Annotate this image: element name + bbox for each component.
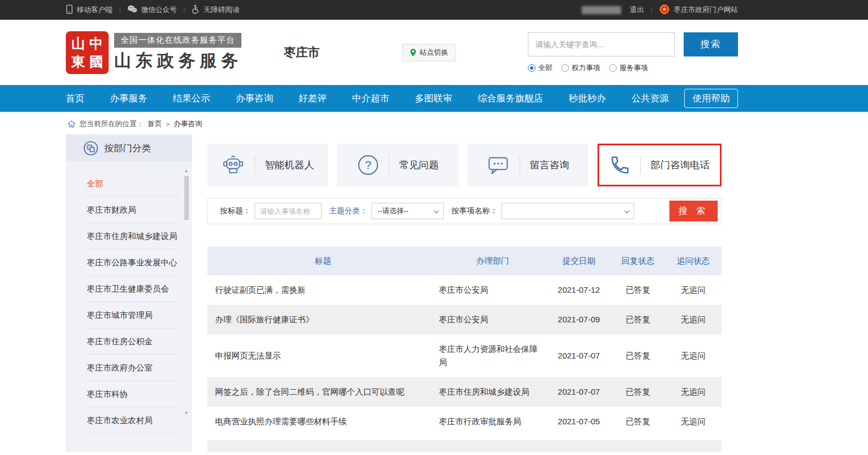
- tab-divider: [389, 156, 390, 174]
- site-switch-button[interactable]: 站点切换: [402, 44, 456, 61]
- nav-item-5[interactable]: 好差评: [298, 92, 326, 105]
- breadcrumb-separator: >: [166, 120, 170, 128]
- item-name-select[interactable]: [501, 203, 634, 219]
- national-emblem-icon: [659, 4, 670, 16]
- topbar-divider: |: [183, 6, 185, 14]
- nav-item-1[interactable]: 首页: [66, 92, 84, 105]
- wechat-label: 微信公众号: [141, 5, 177, 15]
- row-date: 2021-07-09: [546, 305, 611, 334]
- nav-item-9[interactable]: 秒批秒办: [568, 92, 606, 105]
- department-list: 全部枣庄市财政局枣庄市住房和城乡建设局枣庄市公路事业发展中心枣庄市卫生健康委员会…: [87, 170, 179, 434]
- breadcrumb-home-link[interactable]: 首页: [148, 119, 162, 129]
- nav-item-10[interactable]: 公共资源: [632, 92, 669, 105]
- city-name: 枣庄市: [284, 44, 320, 61]
- radio-label: 服务事项: [619, 63, 648, 73]
- platform-banner: 全国一体化在线政务服务平台: [114, 33, 241, 48]
- row-title[interactable]: 办理《国际旅行健康证书》: [207, 305, 439, 334]
- nav-item-7[interactable]: 多图联审: [415, 92, 452, 105]
- svg-text:?: ?: [365, 158, 371, 171]
- filter-title-input[interactable]: [255, 203, 322, 219]
- row-reply-status: 已答复: [611, 407, 665, 436]
- row-followup-status: 无追问: [665, 305, 722, 334]
- wechat-link[interactable]: 微信公众号: [127, 5, 177, 15]
- table-body: 行驶证副页已满，需换新枣庄市公安局2021-07-12已答复无追问办理《国际旅行…: [207, 275, 722, 436]
- seal-char: 國: [87, 53, 105, 71]
- topbar-right: 退出 | 枣庄市政府门户网站: [582, 4, 738, 16]
- header-search-area: 搜索 全部权力事项服务事项: [528, 32, 738, 73]
- sidebar-item-6[interactable]: 枣庄市城市管理局: [87, 302, 179, 328]
- keyword-search-input[interactable]: [528, 32, 675, 56]
- nav-item-6[interactable]: 中介超市: [352, 92, 390, 105]
- tab-smart-robot[interactable]: 智能机器人: [207, 144, 328, 186]
- column-header-4: 回复状态: [611, 247, 665, 275]
- tab-divider: [640, 156, 641, 174]
- site-logo[interactable]: 山 中 東 國 全国一体化在线政务服务平台 山东政务服务: [66, 31, 243, 74]
- search-scope-radio-3[interactable]: 服务事项: [609, 63, 648, 73]
- scroll-up-icon[interactable]: ▲: [184, 168, 189, 174]
- mobile-phone-icon: [66, 4, 73, 16]
- sidebar-header-by-department[interactable]: 按部门分类: [66, 134, 192, 162]
- sidebar-item-1[interactable]: 全部: [87, 170, 179, 197]
- topbar: 移动客户端 | 微信公众号 | 无障碍阅读 退出 |: [0, 0, 868, 20]
- sidebar-item-5[interactable]: 枣庄市卫生健康委员会: [87, 276, 179, 302]
- tab-message-consult[interactable]: 留言咨询: [467, 144, 588, 186]
- row-department: 枣庄市行政审批服务局: [439, 407, 547, 436]
- column-header-2: 办理部门: [439, 247, 547, 275]
- sidebar-item-3[interactable]: 枣庄市住房和城乡建设局: [87, 223, 179, 249]
- tab-department-phone[interactable]: 部门咨询电话: [598, 144, 722, 186]
- sidebar-item-9[interactable]: 枣庄市科协: [87, 381, 179, 407]
- tab-label: 留言咨询: [530, 158, 570, 172]
- sidebar-item-8[interactable]: 枣庄市政府办公室: [87, 355, 179, 381]
- scroll-thumb[interactable]: [184, 176, 189, 220]
- nav-item-2[interactable]: 办事服务: [110, 92, 148, 105]
- phone-icon: [610, 155, 630, 175]
- table-row: 电商营业执照办理需要哪些材料手续枣庄市行政审批服务局2021-07-05已答复无…: [207, 407, 722, 436]
- sidebar-item-10[interactable]: 枣庄市农业农村局: [87, 407, 179, 434]
- nav-item-8[interactable]: 综合服务旗舰店: [478, 92, 543, 105]
- row-followup-status: 无追问: [665, 275, 722, 305]
- sidebar-item-4[interactable]: 枣庄市公路事业发展中心: [87, 249, 179, 276]
- row-title[interactable]: 行驶证副页已满，需换新: [207, 275, 439, 305]
- logout-link[interactable]: 退出: [630, 5, 644, 15]
- table-row: 申报网页无法显示枣庄市人力资源和社会保障局2021-07-07已答复无追问: [207, 334, 722, 377]
- message-icon: [487, 155, 510, 175]
- row-title[interactable]: 电商营业执照办理需要哪些材料手续: [207, 407, 439, 436]
- row-title[interactable]: 申报网页无法显示: [207, 334, 439, 377]
- radio-circle-icon: [561, 64, 569, 72]
- sidebar-item-7[interactable]: 枣庄市住房公积金: [87, 328, 179, 355]
- row-reply-status: 已答复: [611, 334, 665, 377]
- header-search-button[interactable]: 搜索: [684, 32, 738, 56]
- tab-faq[interactable]: ? 常见问题: [337, 144, 458, 186]
- topbar-divider: |: [119, 6, 121, 14]
- search-scope-radio-1[interactable]: 全部: [528, 63, 553, 73]
- breadcrumb-current[interactable]: 办事咨询: [174, 119, 202, 129]
- radio-circle-icon: [609, 64, 617, 72]
- nav-item-4[interactable]: 办事咨询: [236, 92, 273, 105]
- row-reply-status: 已答复: [611, 305, 665, 334]
- nav-item-help[interactable]: 使用帮助: [684, 89, 738, 108]
- filter-bar: 按标题： 主题分类： --请选择-- 按事项名称： 搜 索: [207, 198, 722, 224]
- search-scope-radios: 全部权力事项服务事项: [528, 63, 738, 73]
- accessibility-label: 无障碍阅读: [204, 5, 239, 15]
- portal-label: 枣庄市政府门户网站: [674, 5, 738, 15]
- sidebar-scrollbar[interactable]: ▲ ▼: [183, 168, 189, 416]
- nav-item-3[interactable]: 结果公示: [173, 92, 210, 105]
- mobile-app-link[interactable]: 移动客户端: [66, 4, 112, 16]
- row-department: 枣庄市住房和城乡建设局: [439, 377, 547, 407]
- search-scope-radio-2[interactable]: 权力事项: [561, 63, 600, 73]
- filter-search-button[interactable]: 搜 索: [669, 201, 718, 221]
- row-title[interactable]: 网签之后，除了合同二维码，官网哪个入口可以查呢: [207, 377, 439, 407]
- portal-link[interactable]: 枣庄市政府门户网站: [659, 4, 738, 16]
- scroll-down-icon[interactable]: ▼: [184, 411, 189, 416]
- category-select[interactable]: --请选择--: [371, 203, 444, 219]
- row-department: 枣庄市公安局: [439, 305, 547, 334]
- username-redacted: [582, 6, 621, 14]
- row-date: 2021-07-07: [546, 334, 611, 377]
- sidebar-item-2[interactable]: 枣庄市财政局: [87, 197, 179, 223]
- chevron-down-icon: [434, 208, 439, 213]
- accessibility-link[interactable]: 无障碍阅读: [191, 4, 239, 16]
- accessibility-wheelchair-icon: [191, 4, 200, 16]
- wechat-icon: [127, 5, 137, 15]
- topbar-left: 移动客户端 | 微信公众号 | 无障碍阅读: [66, 4, 239, 16]
- seal-char: 東: [69, 53, 87, 71]
